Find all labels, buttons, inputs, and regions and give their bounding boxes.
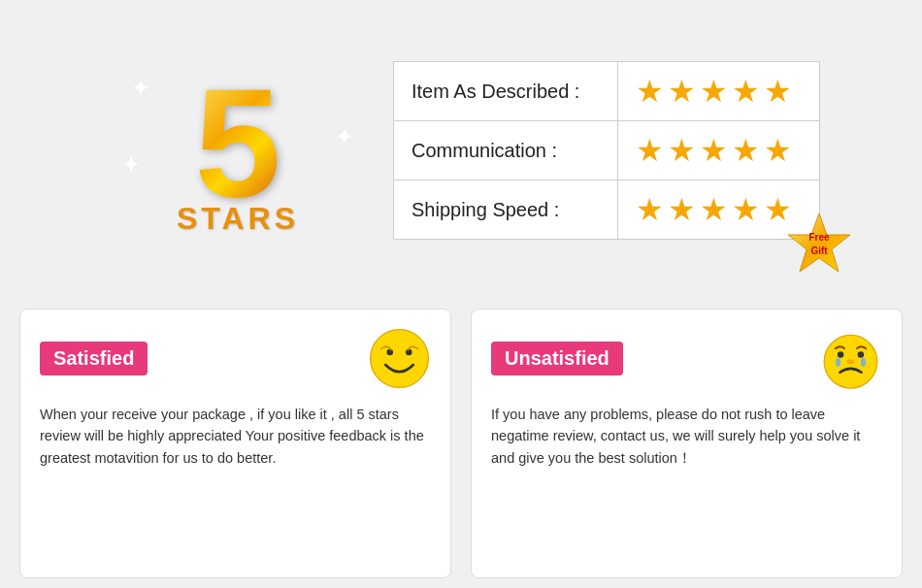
sparkle-2: ✦ bbox=[335, 123, 354, 150]
bottom-section: Satisfied When your receive your package… bbox=[19, 309, 903, 578]
svg-point-7 bbox=[838, 351, 844, 358]
svg-text:Gift: Gift bbox=[810, 245, 828, 256]
star-icon: ★ bbox=[668, 135, 696, 166]
satisfied-card: Satisfied When your receive your package… bbox=[19, 309, 451, 578]
ratings-table: Item As Described : ★ ★ ★ ★ ★ Communicat… bbox=[393, 61, 820, 240]
unsatisfied-card-header: Unsatisfied bbox=[491, 327, 882, 390]
star-icon: ★ bbox=[700, 76, 728, 107]
page-wrapper: ✦ ✦ ✦ 5 STARS Item As Described : ★ ★ ★ … bbox=[0, 0, 922, 588]
star-icon: ★ bbox=[700, 194, 728, 225]
star-icon: ★ bbox=[636, 76, 664, 107]
star-icon: ★ bbox=[764, 76, 792, 107]
star-icon: ★ bbox=[732, 194, 760, 225]
table-row: Communication : ★ ★ ★ ★ ★ bbox=[394, 121, 820, 180]
svg-point-9 bbox=[836, 358, 840, 367]
star-icon: ★ bbox=[636, 194, 664, 225]
free-gift-container: Free Gift bbox=[786, 212, 852, 281]
unsatisfied-card: Unsatisfied bbox=[471, 309, 903, 578]
unsatisfied-badge: Unsatisfied bbox=[491, 342, 623, 376]
sad-face-icon bbox=[819, 327, 882, 390]
star-icon: ★ bbox=[668, 76, 696, 107]
free-gift-star-shape: Free Gift bbox=[786, 212, 852, 278]
big-number: 5 bbox=[195, 65, 281, 220]
sparkle-1: ✦ bbox=[131, 75, 150, 102]
svg-text:Free: Free bbox=[808, 232, 830, 243]
table-row: Shipping Speed : ★ ★ ★ ★ ★ bbox=[394, 180, 820, 240]
satisfied-badge: Satisfied bbox=[40, 342, 148, 376]
star-icon: ★ bbox=[764, 135, 792, 166]
svg-point-3 bbox=[371, 330, 429, 388]
svg-point-11 bbox=[847, 359, 855, 364]
rating-label-communication: Communication : bbox=[394, 121, 618, 180]
rating-stars-communication: ★ ★ ★ ★ ★ bbox=[618, 121, 819, 180]
svg-point-10 bbox=[861, 358, 866, 367]
top-section: ✦ ✦ ✦ 5 STARS Item As Described : ★ ★ ★ … bbox=[19, 10, 903, 291]
satisfied-card-header: Satisfied bbox=[40, 327, 431, 390]
svg-point-4 bbox=[387, 349, 394, 356]
satisfied-card-body: When your receive your package , if you … bbox=[40, 404, 431, 469]
happy-face-icon bbox=[368, 327, 431, 390]
table-row: Item As Described : ★ ★ ★ ★ ★ bbox=[394, 62, 820, 121]
rating-label-shipping: Shipping Speed : bbox=[394, 180, 618, 240]
svg-point-8 bbox=[858, 351, 865, 358]
svg-marker-0 bbox=[788, 213, 850, 272]
unsatisfied-card-body: If you have any problems, please do not … bbox=[491, 404, 882, 469]
star-icon: ★ bbox=[700, 135, 728, 166]
star-icon: ★ bbox=[732, 76, 760, 107]
star-icon: ★ bbox=[668, 194, 696, 225]
rating-stars-described: ★ ★ ★ ★ ★ bbox=[618, 62, 819, 120]
svg-point-5 bbox=[406, 349, 412, 356]
rating-label-described: Item As Described : bbox=[394, 62, 618, 121]
sparkle-3: ✦ bbox=[121, 151, 141, 179]
star-icon: ★ bbox=[732, 135, 760, 166]
five-stars-graphic: ✦ ✦ ✦ 5 STARS bbox=[102, 65, 374, 237]
star-icon: ★ bbox=[636, 135, 664, 166]
